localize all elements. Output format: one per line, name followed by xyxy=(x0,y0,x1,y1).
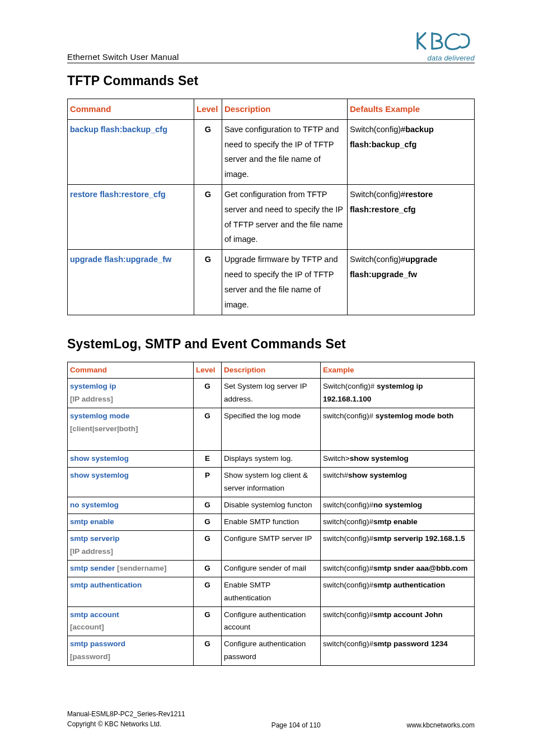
example-cell: switch(config)#smtp authentication xyxy=(321,577,475,606)
example-cell: Switch(config)#upgrade flash:upgrade_fw xyxy=(348,250,475,315)
example-cell: Switch>show systemlog xyxy=(321,451,475,468)
description-cell: Configure SMTP server IP xyxy=(222,530,321,560)
section-heading-syslog: SystemLog, SMTP and Event Commands Set xyxy=(67,337,475,352)
example-bold: smtp authentication xyxy=(373,581,445,589)
command-name: smtp serverip xyxy=(70,534,120,543)
footer-copyright: Copyright © KBC Networks Ltd. xyxy=(67,720,161,728)
table-header-row: Command Level Description Defaults Examp… xyxy=(68,99,475,120)
command-name: smtp enable xyxy=(70,517,114,526)
example-prefix: switch(config)# xyxy=(323,501,373,509)
example-cell: switch#show systemlog xyxy=(321,468,475,497)
example-cell: switch(config)#smtp password 1234 xyxy=(321,636,475,666)
command-cell: smtp serverip[IP address] xyxy=(68,530,194,560)
description-cell: Displays system log. xyxy=(222,451,321,468)
command-name: systemlog mode xyxy=(70,412,130,420)
level-cell: G xyxy=(194,577,222,606)
command-arg: [IP address] xyxy=(70,547,113,556)
col-command: Command xyxy=(68,362,194,379)
example-cell: switch(config)#no systemlog xyxy=(321,497,475,514)
example-bold: smtp snder aaa@bbb.com xyxy=(373,564,467,572)
command-cell: smtp enable xyxy=(68,514,194,530)
command-cell: systemlog mode[client|server|both] xyxy=(68,408,194,451)
example-bold: smtp enable xyxy=(373,517,418,526)
example-cell: switch(config)#smtp snder aaa@bbb.com xyxy=(321,560,475,577)
table-row: smtp enable G Enable SMTP function switc… xyxy=(68,514,475,530)
command-name: show systemlog xyxy=(70,454,129,463)
example-cell: switch(config)#smtp enable xyxy=(321,514,475,530)
table-row: smtp authentication G Enable SMTP authen… xyxy=(68,577,475,606)
example-cell: switch(config)# systemlog mode both xyxy=(321,408,475,451)
example-cell: Switch(config)#backup flash:backup_cfg xyxy=(348,119,475,184)
table-row: systemlog mode[client|server|both] G Spe… xyxy=(68,408,475,451)
description-cell: Enable SMTP authentication xyxy=(222,577,321,606)
command-cell: show systemlog xyxy=(68,451,194,468)
example-bold: no systemlog xyxy=(373,501,422,509)
tftp-commands-table: Command Level Description Defaults Examp… xyxy=(67,99,475,315)
logo-tagline: data delivered xyxy=(413,54,475,62)
table-row: smtp account[account] G Configure authen… xyxy=(68,606,475,636)
manual-title: Ethernet Switch User Manual xyxy=(67,52,179,62)
description-cell: Set System log server IP address. xyxy=(222,379,321,408)
col-command: Command xyxy=(68,99,194,120)
command-cell: smtp sender [sendername] xyxy=(68,560,194,577)
description-cell: Specified the log mode xyxy=(222,408,321,451)
example-prefix: switch(config)# xyxy=(323,564,373,572)
level-cell: G xyxy=(194,560,222,577)
example-prefix: Switch(config)# xyxy=(350,190,405,199)
svg-line-2 xyxy=(418,41,425,49)
footer-manual-id: Manual-ESML8P-PC2_Series-Rev1211 xyxy=(67,710,185,718)
command-cell: backup flash:backup_cfg xyxy=(68,119,194,184)
command-cell: systemlog ip[IP address] xyxy=(68,379,194,408)
command-cell: show systemlog xyxy=(68,468,194,497)
section-heading-tftp: TFTP Commands Set xyxy=(67,73,475,88)
command-cell: smtp password[password] xyxy=(68,636,194,666)
col-example: Example xyxy=(321,362,475,379)
command-name: smtp account xyxy=(70,610,119,619)
description-cell: Get configuration from TFTP server and n… xyxy=(222,185,348,250)
table-row: backup flash:backup_cfg G Save configura… xyxy=(68,119,475,184)
table-row: smtp password[password] G Configure auth… xyxy=(68,636,475,666)
command-name: smtp authentication xyxy=(70,581,142,589)
description-cell: Save configuration to TFTP and need to s… xyxy=(222,119,348,184)
logo-block: data delivered xyxy=(413,31,475,62)
example-bold: systemlog mode both xyxy=(376,412,454,420)
example-cell: switch(config)#smtp serverip 192.168.1.5 xyxy=(321,530,475,560)
example-bold: smtp account John xyxy=(373,610,443,619)
command-name: smtp sender xyxy=(70,564,115,572)
description-cell: Configure sender of mail xyxy=(222,560,321,577)
level-cell: G xyxy=(194,379,222,408)
col-example: Defaults Example xyxy=(348,99,475,120)
col-level: Level xyxy=(194,362,222,379)
table-row: systemlog ip[IP address] G Set System lo… xyxy=(68,379,475,408)
kbc-logo-icon xyxy=(413,31,475,54)
col-level: Level xyxy=(194,99,222,120)
example-prefix: Switch(config)# xyxy=(350,255,405,264)
level-cell: G xyxy=(194,606,222,636)
command-arg: [sendername] xyxy=(117,564,167,572)
command-arg: [client|server|both] xyxy=(70,424,138,433)
description-cell: Upgrade firmware by TFTP and need to spe… xyxy=(222,250,348,315)
page-header: Ethernet Switch User Manual data deliver… xyxy=(67,31,475,63)
example-prefix: switch(config)# xyxy=(323,517,373,526)
level-cell: G xyxy=(194,514,222,530)
example-prefix: switch(config)# xyxy=(323,610,373,619)
example-cell: Switch(config)# systemlog ip 192.168.1.1… xyxy=(321,379,475,408)
description-cell: Disable systemlog functon xyxy=(222,497,321,514)
example-prefix: switch# xyxy=(323,471,348,479)
footer-left: Manual-ESML8P-PC2_Series-Rev1211 Copyrig… xyxy=(67,709,185,729)
command-name: smtp password xyxy=(70,640,125,648)
example-prefix: switch(config)# xyxy=(323,412,376,420)
table-row: show systemlog P Show system log client … xyxy=(68,468,475,497)
table-header-row: Command Level Description Example xyxy=(68,362,475,379)
example-prefix: switch(config)# xyxy=(323,581,373,589)
col-description: Description xyxy=(222,362,321,379)
level-cell: G xyxy=(194,250,222,315)
col-description: Description xyxy=(222,99,348,120)
example-prefix: Switch(config)# xyxy=(350,125,405,134)
table-row: show systemlog E Displays system log. Sw… xyxy=(68,451,475,468)
footer-page-number: Page 104 of 110 xyxy=(271,721,321,729)
command-arg: [IP address] xyxy=(70,395,113,403)
example-prefix: switch(config)# xyxy=(323,640,373,648)
level-cell: G xyxy=(194,636,222,666)
description-cell: Show system log client & server informat… xyxy=(222,468,321,497)
